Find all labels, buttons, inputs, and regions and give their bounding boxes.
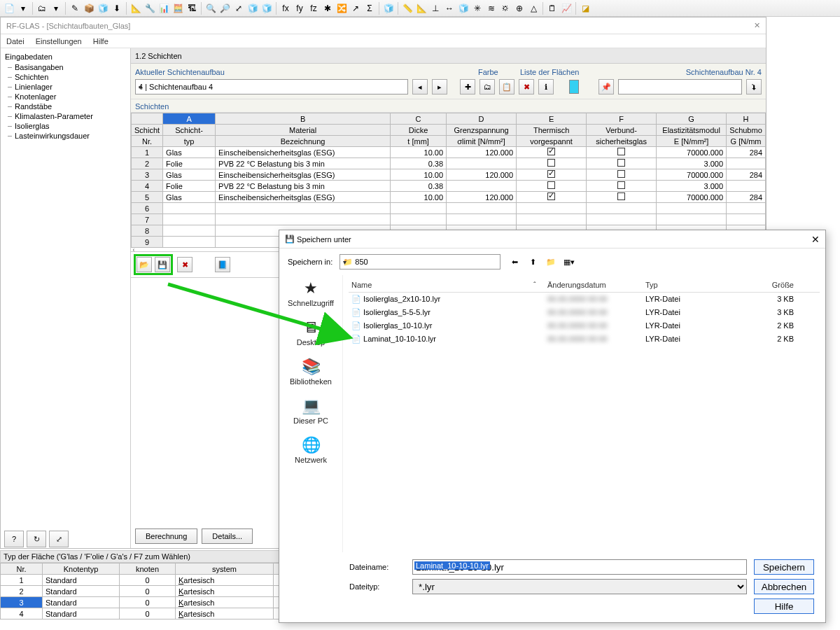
copy-button[interactable]: 📋	[499, 79, 514, 94]
prev-button[interactable]: ◂	[412, 79, 428, 94]
tree-item[interactable]: Basisangaben	[4, 62, 127, 72]
file-row[interactable]: 📄 Isolierglas_10-10.lyr00.00.0000 00:00L…	[349, 319, 820, 332]
menu-einstellungen[interactable]: Einstellungen	[36, 37, 82, 46]
tb-icon[interactable]: ⬇	[111, 2, 123, 15]
help-button[interactable]: ?	[4, 531, 24, 547]
tb-icon[interactable]: 🔀	[335, 2, 348, 15]
tb-icon[interactable]: Σ	[363, 2, 376, 15]
tb-icon[interactable]: 🧮	[172, 2, 184, 15]
expand-button[interactable]: ⤢	[49, 531, 69, 547]
tb-icon[interactable]: 📈	[560, 2, 573, 15]
grid-row[interactable]: 5 Glas Einscheibensicherheitsglas (ESG) …	[132, 192, 766, 203]
file-list[interactable]: Name ˆ Änderungsdatum Typ Größe 📄 Isolie…	[342, 275, 825, 552]
tree-item[interactable]: Klimalasten-Parameter	[4, 111, 127, 121]
tb-icon[interactable]: 🧊	[97, 2, 109, 15]
tb-icon[interactable]: 📏	[401, 2, 414, 15]
color-swatch[interactable]	[569, 80, 579, 94]
tb-icon[interactable]: 🧊	[260, 2, 273, 15]
tree-item[interactable]: Schichten	[4, 72, 127, 82]
schichten-grid[interactable]: A B C D E F G H Schicht Schicht- Materia…	[131, 113, 766, 248]
folder-combo[interactable]: 📁 850 ▾	[340, 254, 500, 270]
grid-row[interactable]: 2 Folie PVB 22 °C Belastung bis 3 min 0.…	[132, 158, 766, 169]
pick-button[interactable]: 📌	[598, 79, 614, 94]
tb-icon[interactable]: ▾	[17, 2, 29, 15]
tree-item[interactable]: Randstäbe	[4, 102, 127, 111]
open-button[interactable]: 📂	[136, 257, 152, 272]
place-item[interactable]: 📚Bibliotheken	[290, 358, 332, 386]
up-icon[interactable]: ⬆	[526, 255, 540, 269]
tb-icon[interactable]: ▾	[50, 2, 62, 15]
tb-icon[interactable]: ✱	[321, 2, 334, 15]
help-button[interactable]: Hilfe	[754, 598, 814, 614]
tb-icon[interactable]: ✳	[471, 2, 484, 15]
menu-datei[interactable]: Datei	[6, 37, 24, 46]
tb-icon[interactable]: 🧊	[246, 2, 259, 15]
menu-hilfe[interactable]: Hilfe	[93, 37, 108, 46]
tb-icon[interactable]: ⤢	[232, 2, 245, 15]
berechnung-button[interactable]: Berechnung	[135, 528, 197, 544]
tb-icon[interactable]: 📊	[158, 2, 170, 15]
aufbau-combo[interactable]: 4 | Schichtenaufbau 4▾	[135, 79, 408, 94]
book-button[interactable]: 📘	[215, 257, 230, 272]
tb-icon[interactable]: ≋	[485, 2, 498, 15]
tb-icon[interactable]: fx	[279, 2, 292, 15]
grid-row[interactable]: 6	[132, 203, 766, 214]
close-icon[interactable]: ✕	[754, 21, 760, 30]
tb-icon[interactable]: ⊕	[513, 2, 526, 15]
save-button[interactable]: Speichern	[754, 559, 814, 575]
place-item[interactable]: 🌐Netzwerk	[295, 436, 327, 464]
tb-icon[interactable]: ⛭	[499, 2, 512, 15]
tb-icon[interactable]: fz	[307, 2, 320, 15]
file-row[interactable]: 📄 Isolierglas_2x10-10.lyr00.00.0000 00:0…	[349, 293, 820, 306]
grid-row[interactable]: 4 Folie PVB 22 °C Belastung bis 3 min 0.…	[132, 181, 766, 192]
tb-icon[interactable]: ↔	[443, 2, 456, 15]
tb-icon[interactable]: 🧊	[382, 2, 395, 15]
tb-icon[interactable]: 📐	[130, 2, 142, 15]
tree-item[interactable]: Isolierglas	[4, 121, 127, 131]
close-icon[interactable]: ✕	[811, 234, 820, 245]
details-button[interactable]: Details...	[202, 528, 253, 544]
file-row[interactable]: 📄 Isolierglas_5-5-5.lyr00.00.0000 00:00L…	[349, 306, 820, 319]
tb-icon[interactable]: ⊥	[429, 2, 442, 15]
tb-icon[interactable]: 📐	[415, 2, 428, 15]
refresh-button[interactable]: ↻	[27, 531, 46, 547]
back-icon[interactable]: ⬅	[507, 255, 522, 269]
filetype-select[interactable]: *.lyr	[412, 579, 747, 594]
info-button[interactable]: ℹ	[538, 79, 554, 94]
views-icon[interactable]: ▦▾	[562, 255, 576, 269]
cancel-button[interactable]: Abbrechen	[754, 579, 814, 594]
grid-row[interactable]: 7	[132, 214, 766, 225]
tb-icon[interactable]: 🔎	[218, 2, 231, 15]
tb-icon[interactable]: ✎	[69, 2, 81, 15]
file-row[interactable]: 📄 Laminat_10-10-10.lyr00.00.0000 00:00LY…	[349, 332, 820, 346]
tb-icon[interactable]: 🧊	[457, 2, 470, 15]
flaechen-input[interactable]	[618, 79, 742, 94]
delete-button[interactable]: ✖	[519, 79, 534, 94]
tb-icon[interactable]: ↗	[349, 2, 362, 15]
place-item[interactable]: 🖥Desktop	[297, 318, 325, 346]
select-button[interactable]: ⮯	[746, 79, 762, 94]
place-item[interactable]: 💻Dieser PC	[293, 397, 328, 425]
save-button[interactable]: 💾	[155, 257, 170, 272]
new-button[interactable]: ✚	[460, 79, 475, 94]
tree-item[interactable]: Linienlager	[4, 82, 127, 92]
tb-icon[interactable]: 🔍	[204, 2, 217, 15]
tree-root[interactable]: Eingabedaten	[4, 51, 127, 62]
place-item[interactable]: ★Schnellzugriff	[288, 279, 334, 307]
new-folder-icon[interactable]: 📁	[544, 255, 558, 269]
tb-icon[interactable]: 🗂	[36, 2, 48, 15]
tb-icon[interactable]: fy	[293, 2, 306, 15]
delete-layer-button[interactable]: ✖	[177, 257, 192, 272]
tb-icon[interactable]: △	[527, 2, 540, 15]
grid-row[interactable]: 1 Glas Einscheibensicherheitsglas (ESG) …	[132, 147, 766, 158]
tb-icon[interactable]: 🏗	[186, 2, 198, 15]
tb-icon[interactable]: 🔧	[144, 2, 156, 15]
tb-icon[interactable]: 📄	[3, 2, 15, 15]
tb-icon[interactable]: 📦	[83, 2, 95, 15]
tb-icon[interactable]: ◪	[579, 2, 592, 15]
lib-button[interactable]: 🗂	[479, 79, 495, 94]
tree-item[interactable]: Knotenlager	[4, 92, 127, 102]
next-button[interactable]: ▸	[432, 79, 447, 94]
tree-item[interactable]: Lasteinwirkungsdauer	[4, 131, 127, 141]
tb-icon[interactable]: 🗒	[546, 2, 559, 15]
